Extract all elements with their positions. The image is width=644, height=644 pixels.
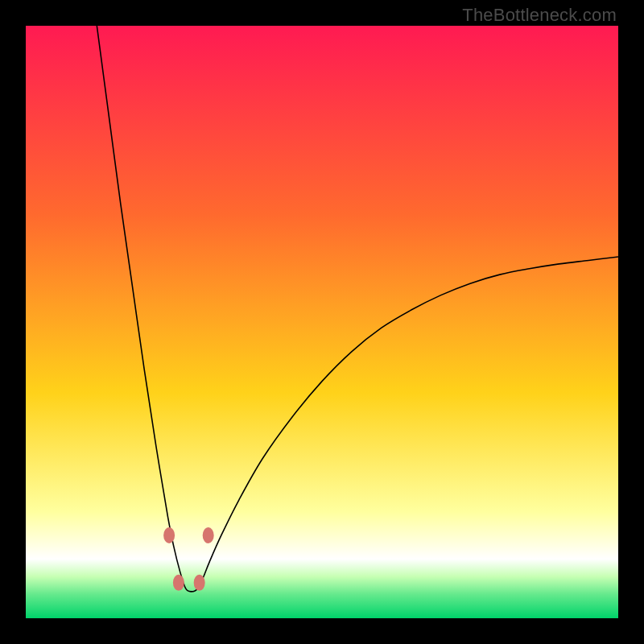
curve-path: [97, 26, 618, 592]
bottleneck-curve: [26, 26, 618, 618]
curve-bead-2: [194, 575, 205, 591]
curve-bead-3: [203, 527, 214, 543]
curve-bead-0: [163, 527, 175, 543]
outer-frame: TheBottleneck.com: [0, 0, 644, 644]
curve-bead-1: [173, 575, 184, 591]
watermark-text: TheBottleneck.com: [462, 5, 617, 26]
plot-area: [26, 26, 618, 618]
bead-group: [163, 527, 214, 591]
